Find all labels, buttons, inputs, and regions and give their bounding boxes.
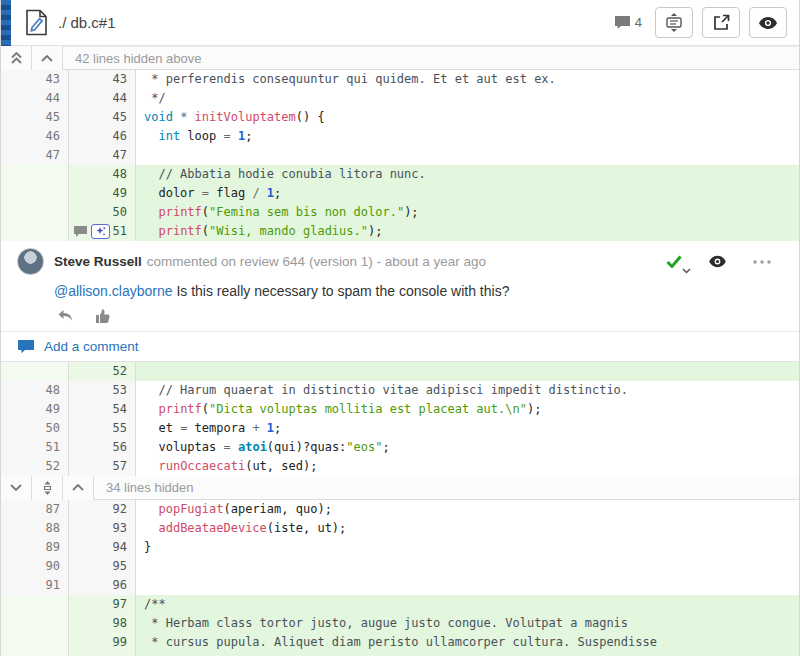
new-line-number[interactable]: 56 xyxy=(69,438,136,457)
old-line-number[interactable] xyxy=(1,203,69,222)
new-line-number[interactable]: 48 xyxy=(69,165,136,184)
code-token xyxy=(144,521,158,535)
diff-row-line-99[interactable]: 99 * cursus pupula. Aliquet diam peristo… xyxy=(1,633,799,652)
diff-row-line-51[interactable]: 51 printf("Wisi, mando gladius."); xyxy=(1,222,799,241)
diff-row-line-53[interactable]: 4853 // Harum quaerat in distinctio vita… xyxy=(1,381,799,400)
diff-row-line-57[interactable]: 5257 runOccaecati(ut, sed); xyxy=(1,457,799,476)
add-comment-row[interactable]: Add a comment xyxy=(1,331,799,361)
expand-down-button[interactable] xyxy=(1,476,32,500)
old-line-number[interactable]: 87 xyxy=(1,500,69,519)
old-line-number[interactable] xyxy=(1,362,69,381)
diff-row-line-50[interactable]: 50 printf("Femina sem bis non dolor."); xyxy=(1,203,799,222)
diff-row-line-44[interactable]: 4444 */ xyxy=(1,89,799,108)
new-line-number[interactable]: 100 xyxy=(69,652,136,656)
old-line-number[interactable]: 43 xyxy=(1,70,69,89)
reply-icon[interactable] xyxy=(57,309,73,323)
diff-row-line-52[interactable]: 52 xyxy=(1,362,799,381)
new-line-number[interactable]: 54 xyxy=(69,400,136,419)
new-line-number[interactable]: 93 xyxy=(69,519,136,538)
line-number-value: 95 xyxy=(113,557,127,576)
diff-row-line-48[interactable]: 48 // Abbatia hodie conubia litora nunc. xyxy=(1,165,799,184)
file-name[interactable]: ./ db.c#1 xyxy=(58,14,116,31)
new-line-number[interactable]: 53 xyxy=(69,381,136,400)
thumbs-up-icon[interactable] xyxy=(95,309,110,323)
old-line-number[interactable] xyxy=(1,652,69,656)
old-line-number[interactable] xyxy=(1,633,69,652)
toggle-file-visibility-button[interactable] xyxy=(749,7,787,38)
new-line-number[interactable]: 47 xyxy=(69,146,136,165)
comment-indicator-icon[interactable] xyxy=(73,225,88,238)
old-line-number[interactable]: 50 xyxy=(1,419,69,438)
add-comment-link[interactable]: Add a comment xyxy=(44,339,139,354)
diff-row-line-54[interactable]: 4954 printf("Dicta voluptas mollitia est… xyxy=(1,400,799,419)
new-line-number[interactable]: 51 xyxy=(69,222,136,241)
avatar[interactable] xyxy=(17,248,44,275)
diff-row-line-45[interactable]: 4545void * initVoluptatem() { xyxy=(1,108,799,127)
new-line-number[interactable]: 57 xyxy=(69,457,136,476)
old-line-number[interactable] xyxy=(1,595,69,614)
old-line-number[interactable] xyxy=(1,165,69,184)
code-token: () { xyxy=(296,110,325,124)
old-line-number[interactable]: 46 xyxy=(1,127,69,146)
old-line-number[interactable] xyxy=(1,222,69,241)
old-line-number[interactable]: 45 xyxy=(1,108,69,127)
diff-row-line-47[interactable]: 4747 xyxy=(1,146,799,165)
diff-row-line-98[interactable]: 98 * Herbam class tortor justo, augue ju… xyxy=(1,614,799,633)
diff-row-line-95[interactable]: 9095 xyxy=(1,557,799,576)
comment-author[interactable]: Steve Russell xyxy=(54,254,142,269)
old-line-number[interactable]: 51 xyxy=(1,438,69,457)
code-line: popFugiat(aperiam, quo); xyxy=(136,500,799,519)
new-line-number[interactable]: 97 xyxy=(69,595,136,614)
old-line-number[interactable]: 48 xyxy=(1,381,69,400)
diff-row-line-49[interactable]: 49 dolor = flag / 1; xyxy=(1,184,799,203)
diff-row-line-43[interactable]: 4343 * perferendis consequuntur qui quid… xyxy=(1,70,799,89)
new-line-number[interactable]: 99 xyxy=(69,633,136,652)
diff-row-line-94[interactable]: 8994} xyxy=(1,538,799,557)
expand-all-middle-button[interactable] xyxy=(32,476,63,500)
old-line-number[interactable] xyxy=(1,184,69,203)
new-line-number[interactable]: 55 xyxy=(69,419,136,438)
new-line-number[interactable]: 44 xyxy=(69,89,136,108)
diff-row-line-97[interactable]: 97/** xyxy=(1,595,799,614)
new-line-number[interactable]: 94 xyxy=(69,538,136,557)
ai-comment-icon[interactable] xyxy=(91,224,110,239)
old-line-number[interactable]: 91 xyxy=(1,576,69,595)
hidden-lines-label: 34 lines hidden xyxy=(94,480,193,495)
old-line-number[interactable]: 44 xyxy=(1,89,69,108)
old-line-number[interactable]: 47 xyxy=(1,146,69,165)
new-line-number[interactable]: 52 xyxy=(69,362,136,381)
new-line-number[interactable]: 50 xyxy=(69,203,136,222)
diff-row-line-96[interactable]: 9196 xyxy=(1,576,799,595)
expand-collapse-chunks-button[interactable] xyxy=(655,7,693,38)
old-line-number[interactable]: 89 xyxy=(1,538,69,557)
old-line-number[interactable]: 52 xyxy=(1,457,69,476)
old-line-number[interactable]: 90 xyxy=(1,557,69,576)
old-line-number[interactable] xyxy=(1,614,69,633)
diff-row-line-100[interactable]: 100 * nostra. xyxy=(1,652,799,656)
new-line-number[interactable]: 46 xyxy=(69,127,136,146)
comment-eye-icon[interactable] xyxy=(708,255,727,268)
diff-row-line-93[interactable]: 8893 addBeataeDevice(iste, ut); xyxy=(1,519,799,538)
expand-some-above-button[interactable] xyxy=(32,46,63,70)
new-line-number[interactable]: 92 xyxy=(69,500,136,519)
old-line-number[interactable]: 49 xyxy=(1,400,69,419)
diff-row-line-92[interactable]: 8792 popFugiat(aperiam, quo); xyxy=(1,500,799,519)
new-line-number[interactable]: 95 xyxy=(69,557,136,576)
expand-all-above-button[interactable] xyxy=(1,46,32,70)
diff-row-line-55[interactable]: 5055 et = tempora + 1; xyxy=(1,419,799,438)
line-number-value: 47 xyxy=(113,146,127,165)
expand-up-button[interactable] xyxy=(63,476,94,500)
new-line-number[interactable]: 98 xyxy=(69,614,136,633)
new-line-number[interactable]: 43 xyxy=(69,70,136,89)
code-line: * Herbam class tortor justo, augue justo… xyxy=(136,614,799,633)
new-line-number[interactable]: 96 xyxy=(69,576,136,595)
mention-link[interactable]: @allison.clayborne xyxy=(54,283,173,299)
diff-row-line-46[interactable]: 4646 int loop = 1; xyxy=(1,127,799,146)
diff-row-line-56[interactable]: 5156 voluptas = atoi(qui)?quas:"eos"; xyxy=(1,438,799,457)
more-actions-icon[interactable] xyxy=(753,260,771,264)
new-line-number[interactable]: 49 xyxy=(69,184,136,203)
old-line-number[interactable]: 88 xyxy=(1,519,69,538)
new-line-number[interactable]: 45 xyxy=(69,108,136,127)
open-in-new-window-button[interactable] xyxy=(702,7,740,38)
resolve-status-button[interactable] xyxy=(666,255,682,268)
